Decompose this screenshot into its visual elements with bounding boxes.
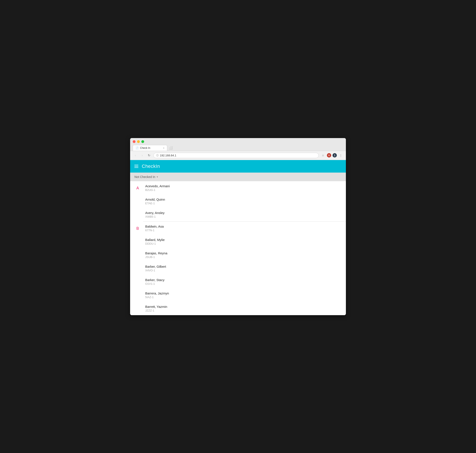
browser-window: 📄 Check In × ⬜ ‹ › ↻ ⓘ 192.168.64.1 ☆ U … [130, 138, 346, 315]
person-code: 677N-1 [145, 229, 341, 232]
person-code: 5IAZ-1 [145, 296, 341, 299]
filter-label: Not Checked In [135, 175, 155, 179]
person-name: Avery, Ansley [145, 211, 341, 215]
address-bar[interactable]: ⓘ 192.168.64.1 [153, 153, 319, 158]
person-code: X4VO-1 [145, 269, 341, 272]
person-code: JZZZ-1 [145, 309, 341, 312]
back-button[interactable]: ‹ [133, 153, 138, 158]
letter-heading-b: B [130, 221, 143, 315]
person-name: Barajas, Reyna [145, 251, 341, 255]
person-code: ETAE-1 [145, 202, 341, 205]
filter-bar[interactable]: Not Checked In ▾ [130, 173, 346, 181]
browser-titlebar: 📄 Check In × ⬜ [130, 138, 346, 151]
bookmark-button[interactable]: ☆ [320, 153, 326, 158]
items-column-a: Acevedo, ArmaniB2UG-1Arnold, QuinnETAE-1… [143, 181, 346, 221]
list-item[interactable]: Ballard, MylieDDDU-1 [143, 235, 346, 248]
list-item[interactable]: Barajas, ReynaJSUB-1 [143, 248, 346, 262]
app-title: CheckIn [142, 163, 160, 169]
letter-b: B [136, 226, 139, 311]
browser-toolbar: ‹ › ↻ ⓘ 192.168.64.1 ☆ U 1 ⋮ [130, 151, 346, 160]
hamburger-line-1 [135, 165, 138, 165]
letter-a: A [136, 186, 139, 217]
hamburger-line-2 [135, 166, 138, 167]
forward-button[interactable]: › [140, 153, 145, 158]
person-name: Barrera, Jazmyn [145, 291, 341, 295]
list-item[interactable]: Baldwin, Asa677N-1 [143, 221, 346, 235]
tab-bar: 📄 Check In × ⬜ [133, 145, 343, 151]
maximize-button[interactable] [141, 140, 144, 143]
list-item[interactable]: Barrera, Jazmyn5IAZ-1 [143, 288, 346, 302]
person-code: DDDU-1 [145, 242, 341, 245]
person-name: Acevedo, Armani [145, 184, 341, 188]
list-item[interactable]: Barrett, YazminJZZZ-1 [143, 302, 346, 315]
list-item[interactable]: Arnold, QuinnETAE-1 [143, 195, 346, 208]
hamburger-line-3 [135, 167, 138, 168]
letter-group-b: BBaldwin, Asa677N-1Ballard, MylieDDDU-1B… [130, 221, 346, 315]
person-name: Barrett, Yazmin [145, 305, 341, 308]
person-name: Arnold, Quinn [145, 198, 341, 201]
reload-button[interactable]: ↻ [147, 153, 152, 158]
letter-heading-a: A [130, 181, 143, 221]
active-tab[interactable]: 📄 Check In × [133, 145, 167, 151]
person-code: B2UG-1 [145, 188, 341, 191]
list-item[interactable]: Barber, GilbertX4VO-1 [143, 262, 346, 275]
ublock-extension[interactable]: U [327, 153, 331, 157]
list-content: AAcevedo, ArmaniB2UG-1Arnold, QuinnETAE-… [130, 181, 346, 315]
traffic-lights [133, 140, 343, 143]
letter-group-a: AAcevedo, ArmaniB2UG-1Arnold, QuinnETAE-… [130, 181, 346, 221]
person-code: XWB5-1 [145, 215, 341, 218]
menu-button[interactable]: ⋮ [338, 153, 343, 158]
person-name: Baldwin, Asa [145, 225, 341, 228]
toolbar-actions: ☆ U 1 ⋮ [320, 153, 343, 158]
user-extension[interactable]: 1 [333, 153, 337, 157]
list-item[interactable]: Barker, StacyO1V1-1 [143, 275, 346, 288]
new-tab-button[interactable]: ⬜ [168, 145, 174, 151]
items-column-b: Baldwin, Asa677N-1Ballard, MylieDDDU-1Ba… [143, 221, 346, 315]
address-text: 192.168.64.1 [160, 154, 176, 157]
person-name: Barber, Gilbert [145, 265, 341, 268]
tab-title: Check In [140, 147, 150, 149]
person-name: Ballard, Mylie [145, 238, 341, 242]
person-name: Barker, Stacy [145, 278, 341, 282]
person-code: JSUB-1 [145, 255, 341, 259]
list-item[interactable]: Avery, AnsleyXWB5-1 [143, 208, 346, 221]
security-icon: ⓘ [156, 154, 159, 157]
person-code: O1V1-1 [145, 282, 341, 285]
tab-file-icon: 📄 [135, 147, 139, 149]
tab-close-button[interactable]: × [163, 147, 164, 149]
menu-hamburger-button[interactable] [135, 165, 138, 168]
filter-dropdown-icon: ▾ [157, 175, 158, 178]
app-header: CheckIn [130, 160, 346, 173]
minimize-button[interactable] [137, 140, 140, 143]
list-item[interactable]: Acevedo, ArmaniB2UG-1 [143, 181, 346, 195]
close-button[interactable] [133, 140, 135, 143]
new-tab-icon: ⬜ [169, 146, 173, 149]
